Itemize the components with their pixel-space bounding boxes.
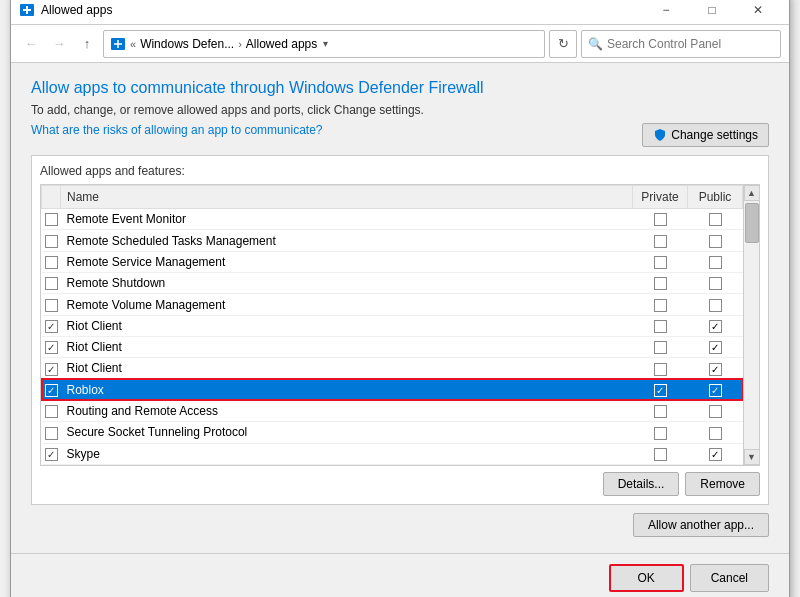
- row-checkbox-cell[interactable]: [42, 273, 61, 294]
- row-public-cell[interactable]: ✓: [688, 379, 743, 400]
- row-checkbox-cell[interactable]: ✓: [42, 337, 61, 358]
- row-public-cell[interactable]: [688, 251, 743, 272]
- row-checkbox-cell[interactable]: [42, 230, 61, 251]
- row-checkbox[interactable]: [45, 427, 58, 440]
- row-checkbox-cell[interactable]: ✓: [42, 443, 61, 464]
- change-settings-button[interactable]: Change settings: [642, 123, 769, 147]
- close-button[interactable]: ✕: [735, 0, 781, 25]
- search-bar[interactable]: 🔍: [581, 30, 781, 58]
- scroll-thumb[interactable]: [745, 203, 759, 243]
- scroll-up-button[interactable]: ▲: [744, 185, 760, 201]
- row-public-checkbox[interactable]: ✓: [709, 363, 722, 376]
- remove-button[interactable]: Remove: [685, 472, 760, 496]
- maximize-button[interactable]: □: [689, 0, 735, 25]
- cancel-button[interactable]: Cancel: [690, 564, 769, 592]
- row-private-cell[interactable]: [633, 400, 688, 421]
- ok-button[interactable]: OK: [609, 564, 684, 592]
- row-private-checkbox[interactable]: [654, 405, 667, 418]
- row-checkbox-cell[interactable]: ✓: [42, 315, 61, 336]
- row-public-cell[interactable]: [688, 209, 743, 230]
- row-checkbox-cell[interactable]: [42, 422, 61, 443]
- forward-button[interactable]: →: [47, 32, 71, 56]
- table-row[interactable]: ✓ Roblox ✓ ✓: [42, 379, 743, 400]
- row-private-checkbox[interactable]: [654, 235, 667, 248]
- search-input[interactable]: [607, 37, 774, 51]
- breadcrumb-bar[interactable]: « Windows Defen... › Allowed apps ▾: [103, 30, 545, 58]
- row-public-checkbox[interactable]: [709, 405, 722, 418]
- help-link[interactable]: What are the risks of allowing an app to…: [31, 123, 322, 137]
- row-checkbox[interactable]: [45, 299, 58, 312]
- row-public-cell[interactable]: ✓: [688, 315, 743, 336]
- row-checkbox-cell[interactable]: ✓: [42, 358, 61, 379]
- row-checkbox[interactable]: ✓: [45, 320, 58, 333]
- row-private-checkbox[interactable]: [654, 320, 667, 333]
- row-checkbox-cell[interactable]: [42, 294, 61, 315]
- row-public-cell[interactable]: [688, 400, 743, 421]
- row-private-checkbox[interactable]: ✓: [654, 384, 667, 397]
- table-row[interactable]: Remote Event Monitor: [42, 209, 743, 230]
- row-public-cell[interactable]: [688, 273, 743, 294]
- row-private-checkbox[interactable]: [654, 277, 667, 290]
- row-public-cell[interactable]: ✓: [688, 358, 743, 379]
- row-public-checkbox[interactable]: [709, 299, 722, 312]
- row-private-checkbox[interactable]: [654, 341, 667, 354]
- row-public-cell[interactable]: [688, 422, 743, 443]
- up-button[interactable]: ↑: [75, 32, 99, 56]
- row-private-checkbox[interactable]: [654, 363, 667, 376]
- row-private-cell[interactable]: [633, 273, 688, 294]
- row-public-checkbox[interactable]: [709, 235, 722, 248]
- row-private-cell[interactable]: [633, 230, 688, 251]
- minimize-button[interactable]: −: [643, 0, 689, 25]
- row-private-cell[interactable]: [633, 294, 688, 315]
- row-public-cell[interactable]: [688, 230, 743, 251]
- row-checkbox[interactable]: ✓: [45, 384, 58, 397]
- row-checkbox-cell[interactable]: [42, 400, 61, 421]
- table-row[interactable]: Remote Volume Management: [42, 294, 743, 315]
- refresh-button[interactable]: ↻: [549, 30, 577, 58]
- row-private-cell[interactable]: ✓: [633, 379, 688, 400]
- allow-another-button[interactable]: Allow another app...: [633, 513, 769, 537]
- row-public-checkbox[interactable]: [709, 427, 722, 440]
- row-private-cell[interactable]: [633, 358, 688, 379]
- details-button[interactable]: Details...: [603, 472, 680, 496]
- row-private-checkbox[interactable]: [654, 256, 667, 269]
- row-public-checkbox[interactable]: ✓: [709, 448, 722, 461]
- row-checkbox-cell[interactable]: [42, 209, 61, 230]
- table-row[interactable]: Remote Scheduled Tasks Management: [42, 230, 743, 251]
- table-row[interactable]: Remote Service Management: [42, 251, 743, 272]
- breadcrumb-dropdown-icon[interactable]: ▾: [323, 38, 328, 49]
- row-checkbox[interactable]: ✓: [45, 363, 58, 376]
- row-public-cell[interactable]: ✓: [688, 337, 743, 358]
- scroll-down-button[interactable]: ▼: [744, 449, 760, 465]
- scrollbar[interactable]: ▲ ▼: [743, 185, 759, 465]
- table-row[interactable]: Secure Socket Tunneling Protocol: [42, 422, 743, 443]
- row-private-checkbox[interactable]: [654, 448, 667, 461]
- row-private-cell[interactable]: [633, 209, 688, 230]
- row-public-checkbox[interactable]: [709, 277, 722, 290]
- back-button[interactable]: ←: [19, 32, 43, 56]
- table-row[interactable]: ✓ Skype ✓: [42, 443, 743, 464]
- row-public-cell[interactable]: [688, 294, 743, 315]
- row-checkbox[interactable]: [45, 405, 58, 418]
- row-private-cell[interactable]: [633, 443, 688, 464]
- row-checkbox[interactable]: [45, 256, 58, 269]
- row-checkbox-cell[interactable]: [42, 251, 61, 272]
- row-checkbox-cell[interactable]: ✓: [42, 379, 61, 400]
- table-row[interactable]: Routing and Remote Access: [42, 400, 743, 421]
- table-row[interactable]: Remote Shutdown: [42, 273, 743, 294]
- row-private-cell[interactable]: [633, 251, 688, 272]
- row-public-cell[interactable]: ✓: [688, 443, 743, 464]
- table-row[interactable]: ✓ Riot Client ✓: [42, 315, 743, 336]
- row-public-checkbox[interactable]: ✓: [709, 320, 722, 333]
- row-private-cell[interactable]: [633, 315, 688, 336]
- table-row[interactable]: ✓ Riot Client ✓: [42, 337, 743, 358]
- row-checkbox[interactable]: [45, 235, 58, 248]
- row-public-checkbox[interactable]: ✓: [709, 384, 722, 397]
- row-public-checkbox[interactable]: [709, 213, 722, 226]
- table-row[interactable]: ✓ Riot Client ✓: [42, 358, 743, 379]
- row-checkbox[interactable]: ✓: [45, 341, 58, 354]
- row-private-cell[interactable]: [633, 337, 688, 358]
- row-checkbox[interactable]: [45, 213, 58, 226]
- row-public-checkbox[interactable]: ✓: [709, 341, 722, 354]
- row-private-checkbox[interactable]: [654, 213, 667, 226]
